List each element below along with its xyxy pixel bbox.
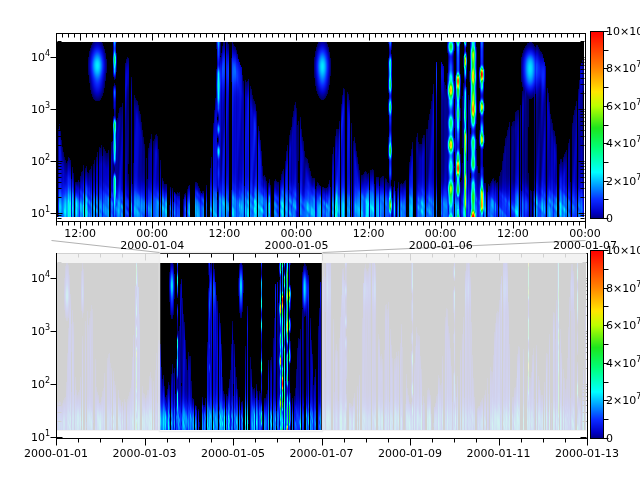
detail-colorbar-label: 10×107: [606, 24, 640, 38]
detail-x-tick-label: 12:00: [353, 227, 385, 240]
detail-colorbar-label: 6×107: [606, 99, 640, 113]
detail-x-date-label: 2000-01-06: [409, 239, 473, 252]
context-colorbar-label: 10×107: [606, 243, 640, 257]
context-colorbar-label: 4×107: [606, 356, 640, 370]
detail-x-tick-label: 12:00: [497, 227, 529, 240]
detail-colorbar-label: 4×107: [606, 136, 640, 150]
context-colorbar: [590, 250, 603, 438]
detail-y-tick-label: 104: [31, 50, 50, 64]
detail-colorbar-label: 8×107: [606, 62, 640, 76]
detail-colorbar: [590, 31, 603, 218]
context-x-tick-label: 2000-01-09: [378, 447, 442, 460]
detail-colorbar-label: 2×107: [606, 174, 640, 188]
context-colorbar-label: 0: [606, 432, 613, 445]
context-y-tick-label: 101: [31, 430, 50, 444]
context-x-tick-label: 2000-01-05: [201, 447, 265, 460]
detail-x-tick-label: 12:00: [64, 227, 96, 240]
context-x-tick-label: 2000-01-07: [290, 447, 354, 460]
detail-colorbar-label: 0: [606, 212, 613, 225]
context-y-tick-label: 102: [31, 377, 50, 391]
context-x-tick-label: 2000-01-13: [555, 447, 619, 460]
spectrogram-figure: 10110110210210310310410412:0000:002000-0…: [0, 0, 640, 480]
context-y-tick-label: 104: [31, 271, 50, 285]
context-colorbar-label: 6×107: [606, 318, 640, 332]
context-x-tick-label: 2000-01-11: [467, 447, 531, 460]
context-colorbar-label: 2×107: [606, 394, 640, 408]
detail-y-tick-label: 103: [31, 102, 50, 116]
context-x-tick-label: 2000-01-01: [24, 447, 88, 460]
detail-x-date-label: 2000-01-05: [264, 239, 328, 252]
detail-x-date-label: 2000-01-04: [120, 239, 184, 252]
context-colorbar-label: 8×107: [606, 281, 640, 295]
detail-y-tick-label: 102: [31, 154, 50, 168]
detail-y-tick-label: 101: [31, 206, 50, 220]
context-x-tick-label: 2000-01-03: [113, 447, 177, 460]
selection-window[interactable]: [159, 252, 322, 431]
context-y-tick-label: 103: [31, 324, 50, 338]
detail-plot-area[interactable]: [56, 33, 585, 221]
detail-x-tick-label: 12:00: [208, 227, 240, 240]
